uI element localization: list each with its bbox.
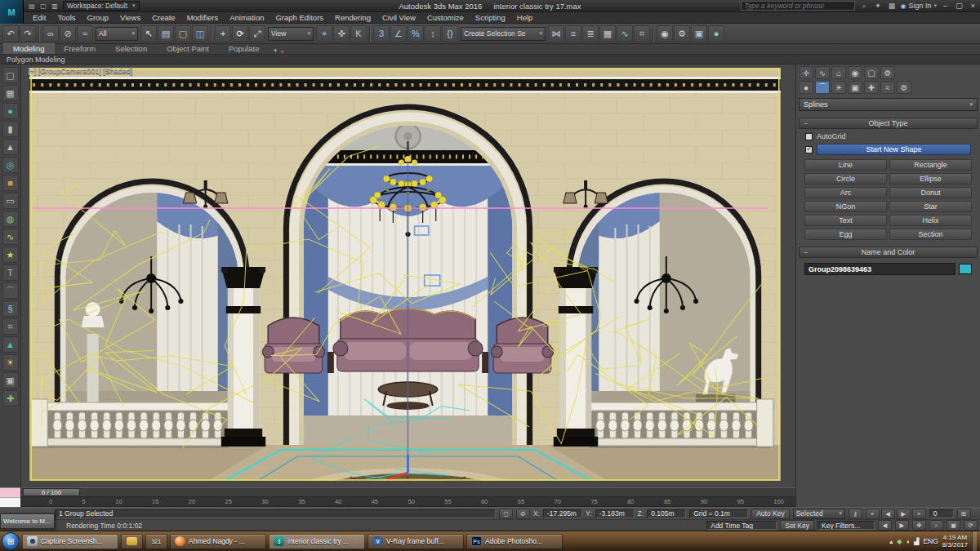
lights-category-icon[interactable]: ☀ (831, 81, 846, 94)
selection-filter-dropdown[interactable]: All▾ (96, 27, 138, 41)
shape-button-text[interactable]: Text (804, 215, 887, 226)
cone-tool-icon[interactable]: ▲ (2, 139, 19, 155)
time-slider-track[interactable]: 0 / 100 (21, 487, 795, 497)
select-and-manipulate-icon[interactable]: ✜ (333, 25, 350, 42)
menu-help[interactable]: Help (511, 12, 539, 23)
isolate-selection-icon[interactable]: ◻ (499, 509, 513, 519)
network-icon[interactable]: ▟ (914, 538, 919, 545)
viewport-label[interactable]: [+] [GroupCamera001] [Shaded] (28, 67, 132, 75)
shape-button-arc[interactable]: Arc (804, 187, 887, 198)
mirror-icon[interactable]: ⋈ (548, 25, 564, 42)
go-to-end-button[interactable]: » (912, 509, 926, 519)
align-icon[interactable]: ≡ (565, 25, 581, 42)
shape-button-section[interactable]: Section (889, 229, 972, 240)
polygon-modeling-panel-title[interactable]: Polygon Modeling (0, 55, 980, 64)
taskbar-capture-button[interactable]: Capture Screensh... (22, 534, 118, 549)
track-bar[interactable]: 0510152025303540455055606570758085909510… (21, 497, 795, 507)
use-pivot-point-icon[interactable]: ⌖ (316, 25, 332, 42)
create-tab-icon[interactable]: ✛ (799, 66, 813, 79)
search-input[interactable] (741, 1, 855, 11)
next-key-icon[interactable]: ▶ (895, 520, 909, 531)
key-mode-dropdown[interactable]: Selected▾ (793, 509, 845, 519)
shape-button-line[interactable]: Line (804, 159, 887, 171)
key-filters-field[interactable]: Key Filters... (817, 521, 875, 530)
helper-tool-icon[interactable]: ✚ (2, 390, 19, 407)
language-indicator[interactable]: ENG (923, 537, 938, 545)
box-tool-icon[interactable]: ■ (2, 175, 19, 191)
y-coordinate-field[interactable]: -3.183m (595, 509, 635, 518)
cylinder-tool-icon[interactable]: ▮ (2, 121, 19, 137)
sphere-tool-icon[interactable]: ● (2, 103, 19, 119)
angle-snap-icon[interactable]: ∠ (390, 25, 407, 42)
spinner-snap-icon[interactable]: ↕ (425, 25, 441, 42)
auto-key-button[interactable]: Auto Key (751, 509, 790, 519)
motion-tab-icon[interactable]: ◉ (848, 66, 862, 79)
time-configuration-icon[interactable]: ⊞ (957, 509, 971, 519)
reference-coordinate-system-dropdown[interactable]: View▾ (268, 27, 314, 41)
schematic-view-icon[interactable]: ⌗ (634, 25, 650, 42)
shape-button-ellipse[interactable]: Ellipse (889, 173, 972, 184)
previous-key-icon[interactable]: ◀ (878, 520, 892, 531)
name-and-color-rollout[interactable]: − Name and Color (799, 247, 978, 258)
select-and-move-icon[interactable]: + (215, 25, 231, 42)
menu-rendering[interactable]: Rendering (329, 12, 376, 23)
shape-button-star[interactable]: Star (889, 201, 972, 212)
antivirus-icon[interactable]: ◆ (897, 538, 902, 545)
camera-tool-icon[interactable]: ▣ (2, 372, 19, 389)
select-object-icon[interactable]: ↖ (140, 25, 157, 42)
object-color-swatch[interactable] (959, 264, 972, 274)
set-key-button[interactable]: Set Key (780, 520, 814, 531)
shape-button-ngon[interactable]: NGon (804, 201, 887, 212)
display-tab-icon[interactable]: ▢ (864, 66, 879, 79)
light-tool-icon[interactable]: ☀ (2, 354, 19, 371)
bind-to-space-warp-icon[interactable]: ≈ (77, 25, 93, 42)
grid-snap-icon[interactable]: ▦ (2, 85, 19, 101)
autogrid-checkbox[interactable] (805, 133, 813, 140)
menu-graph-editors[interactable]: Graph Editors (270, 12, 329, 23)
go-to-start-button[interactable]: « (866, 509, 880, 519)
orbit-icon[interactable]: ⟳ (964, 520, 978, 531)
object-type-rollout[interactable]: − Object Type (799, 118, 978, 129)
spline-tool-icon[interactable]: ∿ (2, 229, 19, 245)
curve-editor-icon[interactable]: ∿ (617, 25, 633, 42)
new-scene-icon[interactable]: ▤ (27, 2, 37, 11)
application-menu-button[interactable]: M (0, 0, 24, 24)
taskbar-3dsmax-button[interactable]: 3 interior classic try ... (269, 534, 365, 549)
menu-views[interactable]: Views (114, 12, 146, 23)
helix-tool-icon[interactable]: § (2, 300, 19, 317)
add-time-tag-field[interactable]: Add Time Tag (706, 521, 777, 530)
taskbar-folder-button[interactable] (121, 534, 143, 549)
menu-customize[interactable]: Customize (421, 12, 470, 23)
taskbar-photoshop-button[interactable]: Ps Adobe Photosho... (466, 534, 563, 549)
search-icon[interactable]: ⌕ (858, 1, 869, 11)
welcome-window-titlebar[interactable]: Welcome to M... (0, 513, 55, 529)
viewport-layout-icon[interactable]: ▢ (2, 67, 19, 83)
select-and-link-icon[interactable]: ∞ (42, 25, 59, 42)
menu-animation[interactable]: Animation (224, 12, 270, 23)
cameras-category-icon[interactable]: ▣ (848, 81, 862, 94)
select-by-name-icon[interactable]: ▤ (158, 25, 174, 42)
geometry-category-icon[interactable]: ● (799, 81, 813, 94)
menu-tools[interactable]: Tools (51, 12, 81, 23)
window-crossing-icon[interactable]: ◫ (192, 25, 208, 42)
zoom-icon[interactable]: ⌕ (929, 520, 943, 531)
shape-button-egg[interactable]: Egg (804, 229, 887, 240)
tab-freeform[interactable]: Freeform (55, 43, 106, 54)
undo-icon[interactable]: ↶ (2, 25, 19, 42)
play-button[interactable]: ▶ (897, 509, 911, 519)
pan-icon[interactable]: ✥ (912, 520, 926, 531)
hierarchy-tab-icon[interactable]: ⌂ (831, 66, 846, 79)
taskbar-badge-button[interactable]: 321 (145, 534, 167, 549)
taskbar-clock[interactable]: 4:19 AM 8/3/2017 (942, 534, 968, 549)
open-file-icon[interactable]: ▢ (38, 2, 48, 11)
ribbon-toggle-icon[interactable]: ▦ (599, 25, 616, 42)
menu-modifiers[interactable]: Modifiers (181, 12, 225, 23)
previous-frame-button[interactable]: ◀ (881, 509, 895, 519)
arc-tool-icon[interactable]: ⌒ (2, 282, 19, 299)
unlink-selection-icon[interactable]: ⊘ (60, 25, 76, 42)
keyboard-shortcut-override-icon[interactable]: K (350, 25, 367, 42)
shape-button-helix[interactable]: Helix (889, 215, 972, 226)
redo-icon[interactable]: ↷ (20, 25, 36, 42)
time-slider-handle[interactable]: 0 / 100 (23, 488, 80, 496)
z-coordinate-field[interactable]: 0.105m (647, 509, 686, 518)
